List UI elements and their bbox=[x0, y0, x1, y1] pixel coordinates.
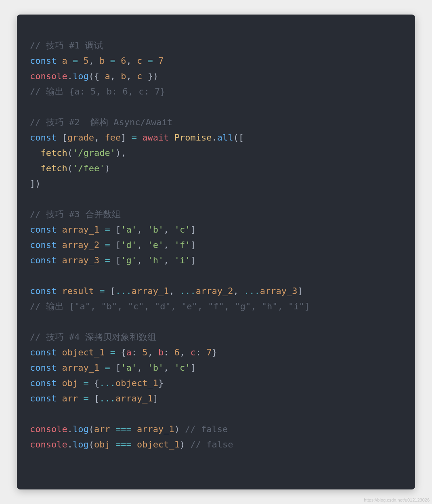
all: all bbox=[217, 132, 233, 143]
string: 'f' bbox=[174, 240, 191, 250]
var-result: result bbox=[62, 286, 94, 296]
rparen: ) bbox=[115, 148, 121, 158]
var: obj bbox=[94, 439, 110, 449]
dot: . bbox=[212, 132, 217, 143]
promise: Promise bbox=[174, 132, 212, 143]
rbracket: ] bbox=[190, 363, 195, 373]
var-arr: arr bbox=[62, 393, 78, 403]
op-eq: = bbox=[132, 132, 137, 143]
comma: , bbox=[137, 255, 142, 265]
ref: array_2 bbox=[196, 286, 233, 296]
spread: ... bbox=[115, 286, 132, 296]
rbrace: } bbox=[158, 378, 164, 388]
rbracket: ] bbox=[30, 178, 35, 189]
kw-const: const bbox=[30, 286, 57, 296]
string: 'e' bbox=[147, 240, 164, 250]
key-c: c bbox=[190, 347, 195, 357]
var-object1: object_1 bbox=[62, 347, 105, 357]
lparen: ( bbox=[233, 132, 238, 143]
op-eq: = bbox=[105, 363, 110, 373]
kw-const: const bbox=[30, 393, 57, 403]
num: 7 bbox=[158, 56, 164, 66]
lbracket: [ bbox=[239, 132, 244, 143]
rparen: ) bbox=[174, 424, 180, 434]
lparen: ( bbox=[89, 424, 94, 434]
rbracket: ] bbox=[153, 393, 158, 403]
op-eq: = bbox=[147, 56, 153, 66]
num: 6 bbox=[121, 56, 126, 66]
var-obj: obj bbox=[62, 378, 78, 388]
lbracket: [ bbox=[115, 255, 121, 265]
comment: // 技巧 #1 调试 bbox=[30, 40, 103, 50]
rbracket: ] bbox=[121, 132, 126, 143]
comment: // 输出 ["a", "b", "c", "d", "e", "f", "g"… bbox=[30, 301, 310, 311]
string: 'a' bbox=[121, 363, 137, 373]
lbrace: { bbox=[94, 71, 99, 81]
comma: , bbox=[137, 225, 142, 235]
comma: , bbox=[137, 363, 142, 373]
op-eq: = bbox=[105, 255, 110, 265]
rparen: ) bbox=[180, 439, 185, 449]
op-eqeq: === bbox=[115, 439, 132, 449]
comma: , bbox=[164, 240, 169, 250]
lbracket: [ bbox=[115, 225, 121, 235]
lbrace: { bbox=[94, 378, 99, 388]
log: log bbox=[73, 439, 89, 449]
string: '/grade' bbox=[73, 148, 115, 158]
var-c: c bbox=[137, 71, 142, 81]
console: console bbox=[30, 424, 67, 434]
var-array1: array_1 bbox=[62, 225, 99, 235]
comma: , bbox=[164, 363, 169, 373]
comma: , bbox=[164, 225, 169, 235]
num: 7 bbox=[206, 347, 212, 357]
comma: , bbox=[137, 240, 142, 250]
var-fee: fee bbox=[105, 132, 121, 143]
colon: : bbox=[132, 347, 137, 357]
lbracket: [ bbox=[115, 363, 121, 373]
var-b: b bbox=[99, 56, 105, 66]
string: 'b' bbox=[147, 225, 164, 235]
var: arr bbox=[94, 424, 110, 434]
comma: , bbox=[180, 347, 185, 357]
fetch: fetch bbox=[41, 163, 67, 173]
console: console bbox=[30, 71, 67, 81]
string: 'a' bbox=[121, 225, 137, 235]
comma: , bbox=[164, 255, 169, 265]
lbracket: [ bbox=[110, 286, 115, 296]
colon: : bbox=[196, 347, 201, 357]
rbrace: } bbox=[212, 347, 217, 357]
rparen: ) bbox=[105, 163, 110, 173]
num: 5 bbox=[142, 347, 147, 357]
comma: , bbox=[94, 132, 99, 143]
var: object_1 bbox=[137, 439, 180, 449]
num: 6 bbox=[174, 347, 180, 357]
ref: array_1 bbox=[132, 286, 169, 296]
var-array1: array_1 bbox=[62, 363, 99, 373]
var-a: a bbox=[105, 71, 110, 81]
kw-await: await bbox=[142, 132, 169, 143]
lparen: ( bbox=[67, 163, 73, 173]
code-block: // 技巧 #1 调试 const a = 5, b = 6, c = 7 co… bbox=[30, 38, 402, 452]
op-eq: = bbox=[105, 240, 110, 250]
op-eq: = bbox=[105, 225, 110, 235]
rparen: ) bbox=[153, 71, 158, 81]
comma: , bbox=[126, 56, 131, 66]
rbracket: ] bbox=[190, 255, 195, 265]
spread: ... bbox=[99, 378, 115, 388]
comma: , bbox=[169, 286, 174, 296]
var-array2: array_2 bbox=[62, 240, 99, 250]
kw-const: const bbox=[30, 56, 57, 66]
string: 'c' bbox=[174, 363, 191, 373]
op-eq: = bbox=[110, 347, 115, 357]
lbracket: [ bbox=[94, 393, 99, 403]
console: console bbox=[30, 439, 67, 449]
dot: . bbox=[67, 439, 73, 449]
kw-const: const bbox=[30, 363, 57, 373]
comma: , bbox=[147, 347, 153, 357]
log: log bbox=[73, 424, 89, 434]
string: '/fee' bbox=[73, 163, 105, 173]
spread: ... bbox=[99, 393, 115, 403]
comma: , bbox=[126, 71, 131, 81]
comma: , bbox=[121, 148, 126, 158]
dot: . bbox=[67, 424, 73, 434]
